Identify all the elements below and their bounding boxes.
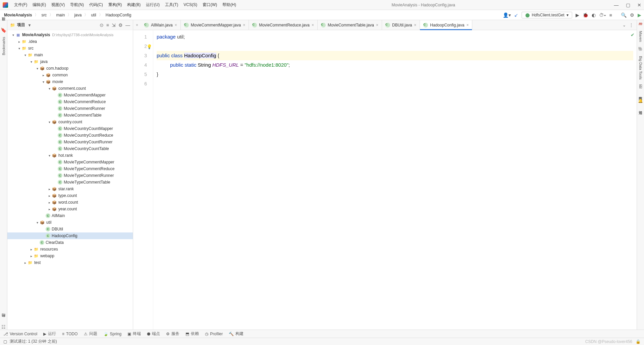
tree-row[interactable]: ▾📁src	[7, 45, 133, 52]
project-tree[interactable]: ▾▦MovieAnalysisD:\rtsy\bysj\7738-code\Mo…	[7, 30, 133, 330]
bigdata-tool-tab[interactable]: Big Data Tools	[638, 54, 643, 82]
editor-tab[interactable]: CAllMain.java×	[141, 20, 181, 30]
tree-arrow-icon[interactable]: ▾	[47, 154, 52, 157]
tree-row[interactable]: ▾📦util	[7, 219, 133, 226]
tree-row[interactable]: CMovieTypeCommentRunner	[7, 172, 133, 179]
tree-row[interactable]: ▸📦word.count	[7, 199, 133, 206]
lock-icon[interactable]: 🔒	[636, 339, 641, 344]
menu-item[interactable]: 编辑(E)	[30, 2, 49, 7]
bottom-tab[interactable]: ⬒依赖	[185, 331, 199, 337]
close-icon[interactable]: ✕	[637, 2, 641, 8]
intention-bulb-icon[interactable]: 💡	[147, 42, 152, 52]
tree-row[interactable]: ▾▦MovieAnalysisD:\rtsy\bysj\7738-code\Mo…	[7, 31, 133, 38]
menu-item[interactable]: 代码(C)	[87, 2, 106, 7]
tree-row[interactable]: CMovieTypeCommentTable	[7, 179, 133, 186]
tree-row[interactable]: ▸📦type.count	[7, 192, 133, 199]
tree-arrow-icon[interactable]: ▸	[29, 248, 34, 251]
collapse-all-icon[interactable]: ⇲	[112, 22, 116, 28]
menu-item[interactable]: 帮助(H)	[220, 2, 239, 7]
tree-arrow-icon[interactable]: ▸	[23, 261, 28, 265]
vcs-update-icon[interactable]: ↙	[514, 12, 518, 18]
tree-arrow-icon[interactable]: ▸	[47, 201, 52, 204]
tree-arrow-icon[interactable]: ▸	[47, 194, 52, 198]
tree-row[interactable]: ▾📦com.hadoop	[7, 65, 133, 72]
tree-row[interactable]: ▾📦comment.count	[7, 85, 133, 92]
bottom-tab[interactable]: 🍃Spring	[103, 332, 122, 336]
breadcrumb-item[interactable]: src	[40, 12, 48, 18]
run-configuration-selector[interactable]: ⬤ HdfsClient.testGet ▾	[522, 12, 572, 18]
code-with-me-icon[interactable]: ▶	[638, 12, 641, 18]
editor-tab[interactable]: CHadoopConfig.java×	[420, 20, 472, 30]
tree-arrow-icon[interactable]: ▸	[17, 40, 21, 44]
chevron-down-icon[interactable]: ⌄	[623, 23, 626, 27]
tree-arrow-icon[interactable]: ▾	[17, 47, 21, 50]
bottom-tab[interactable]: 🔨构建	[229, 331, 244, 337]
maven-tool-tab[interactable]: Maven	[638, 29, 643, 44]
bookmarks-icon[interactable]: 🔖	[1, 27, 6, 33]
tree-row[interactable]: CMovieCountryCountTable	[7, 145, 133, 152]
tree-row[interactable]: ▸📦common	[7, 72, 133, 78]
bottom-tab[interactable]: ≡TODO	[62, 332, 77, 336]
editor-tab[interactable]: CDBUtil.java×	[382, 20, 420, 30]
breadcrumb-item[interactable]: java	[73, 12, 83, 18]
tree-row[interactable]: CMovieCommentMapper	[7, 92, 133, 98]
menu-item[interactable]: 文件(F)	[11, 2, 30, 7]
tree-row[interactable]: CMovieCountryCountMapper	[7, 125, 133, 132]
maven-icon[interactable]: m	[639, 21, 642, 26]
menu-item[interactable]: 重构(R)	[106, 2, 125, 7]
tree-row[interactable]: CAllMain	[7, 212, 133, 219]
tree-row[interactable]: ▸📁test	[7, 259, 133, 266]
breadcrumb-item[interactable]: util	[90, 12, 97, 18]
bookmarks-tool-tab[interactable]: Bookmarks	[1, 35, 6, 57]
tree-arrow-icon[interactable]: ▾	[23, 53, 28, 57]
menu-item[interactable]: 视图(V)	[49, 2, 67, 7]
debug-icon[interactable]: 🐞	[583, 12, 588, 18]
project-tool-tab[interactable]: 项目	[0, 21, 7, 25]
bottom-tab[interactable]: ▶运行	[43, 331, 56, 337]
profiler-icon[interactable]: ⏱▾	[599, 12, 606, 18]
tree-row[interactable]: CMovieTypeCommentReduce	[7, 165, 133, 172]
database-icon[interactable]: 🗄	[639, 84, 643, 89]
tree-row[interactable]: ▸📦year.count	[7, 206, 133, 212]
tree-arrow-icon[interactable]: ▾	[11, 33, 15, 37]
more-icon[interactable]: ⋮	[629, 23, 633, 27]
structure-icon[interactable]: ☷	[1, 324, 6, 330]
tree-row[interactable]: ▾📦movie	[7, 78, 133, 85]
structure-tool-tab[interactable]: 结构	[0, 318, 7, 322]
minimize-icon[interactable]: —	[614, 2, 619, 8]
bigdata-icon[interactable]: 🐘	[638, 47, 643, 51]
hide-icon[interactable]: —	[125, 22, 130, 28]
tree-row[interactable]: CMovieCountryCountRunner	[7, 139, 133, 145]
tree-arrow-icon[interactable]: ▾	[41, 80, 46, 84]
tree-row[interactable]: ▾📁java	[7, 58, 133, 65]
tree-row[interactable]: ▸📁webapp	[7, 253, 133, 259]
tree-arrow-icon[interactable]: ▾	[47, 87, 52, 90]
notifications-icon[interactable]: 🔔	[638, 98, 643, 103]
menu-item[interactable]: 导航(N)	[67, 2, 87, 7]
tree-arrow-icon[interactable]: ▸	[29, 254, 34, 258]
menu-item[interactable]: 窗口(W)	[200, 2, 220, 7]
editor-tab[interactable]: CMovieCommentTable.java×	[318, 20, 382, 30]
tree-row[interactable]: CMovieTypeCommentMapper	[7, 159, 133, 165]
tree-row[interactable]: ▾📦country.count	[7, 119, 133, 125]
tree-row[interactable]: CMovieCountryCountReduce	[7, 132, 133, 139]
tree-row[interactable]: CClearData	[7, 239, 133, 246]
editor-tab[interactable]: CMovieCommentMapper.java×	[181, 20, 249, 30]
tree-row[interactable]: ▾📦hot.rank	[7, 152, 133, 159]
coverage-icon[interactable]: ◐	[592, 12, 596, 18]
tree-row[interactable]: CMovieCommentRunner	[7, 105, 133, 112]
breadcrumb-item[interactable]: MovieAnalysis	[3, 12, 33, 18]
tree-arrow-icon[interactable]: ▸	[47, 187, 52, 191]
bottom-tab[interactable]: ▣终端	[127, 331, 141, 337]
settings-icon[interactable]: ⚙	[630, 12, 634, 18]
search-icon[interactable]: 🔍	[621, 12, 627, 18]
expand-all-icon[interactable]: ≡	[106, 22, 109, 28]
tree-row[interactable]: ▸📁resources	[7, 246, 133, 253]
bottom-tab[interactable]: ⬣端点	[147, 331, 160, 337]
bottom-tab[interactable]: ⚠问题	[84, 331, 97, 337]
bottom-tab[interactable]: ◷Profiler	[205, 332, 223, 336]
tree-arrow-icon[interactable]: ▾	[47, 120, 52, 124]
tree-row[interactable]: ▸📁.idea	[7, 38, 133, 45]
chevron-down-icon[interactable]: ▾	[29, 23, 31, 27]
user-icon[interactable]: 👤▾	[503, 12, 511, 18]
